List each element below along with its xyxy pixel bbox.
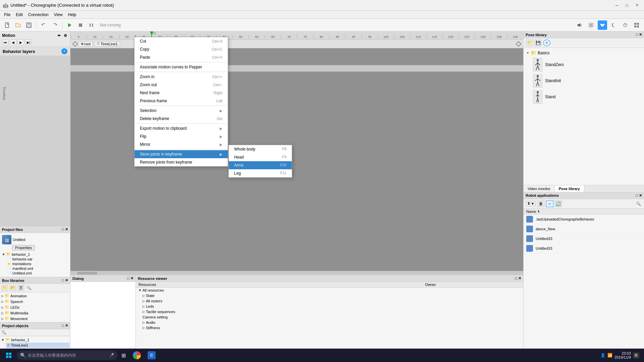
file-behavior1[interactable]: ▼ 📁 behavior_1 <box>1 252 69 257</box>
resource-stiffness[interactable]: ▷ Stiffness <box>136 325 523 330</box>
resource-all[interactable]: ▼ All resources <box>136 288 523 293</box>
pose-standzero[interactable]: StandZero <box>532 57 643 73</box>
box-leds[interactable]: ▷ 📁 LEDs <box>1 304 69 310</box>
file-translations[interactable]: 📁 translations <box>7 261 69 266</box>
box-lib-maximize[interactable]: □ <box>62 278 64 283</box>
pose-lib-save-btn[interactable]: 💾 <box>534 40 542 46</box>
taskbar-choregraphe[interactable]: C <box>144 349 159 361</box>
menu-connection[interactable]: Connection <box>25 12 51 18</box>
box-lib-close[interactable]: ✕ <box>65 278 68 283</box>
undo-button[interactable] <box>39 20 49 30</box>
pose-stand[interactable]: Stand <box>532 89 643 105</box>
robot-app-untitled33-2[interactable]: Untitled33 <box>524 244 644 253</box>
ctx-next-frame[interactable]: Next frame Right <box>135 89 228 97</box>
resource-audio[interactable]: ▷ Audio <box>136 320 523 325</box>
sub-whole-body[interactable]: Whole body F8 <box>229 145 292 153</box>
pose-basics-folder[interactable]: ▼ 📁 Basics <box>525 49 643 57</box>
motion-edit-button[interactable]: ✏ <box>56 33 62 38</box>
motion-prev[interactable]: ◀ <box>10 39 16 45</box>
resource-state[interactable]: ▷ State <box>136 293 523 298</box>
new-button[interactable] <box>3 20 12 30</box>
motion-next[interactable]: ▶| <box>25 39 32 45</box>
resource-viewer-maximize[interactable]: □ <box>515 276 517 281</box>
project-files-maximize[interactable]: □ <box>62 227 64 232</box>
maximize-button[interactable]: □ <box>623 2 631 9</box>
motion-play[interactable]: ▶ <box>17 39 24 45</box>
breadcrumb-root[interactable]: ⊕ root <box>78 41 93 47</box>
scrollbar-thumb[interactable] <box>77 272 97 275</box>
motion-settings-button[interactable]: ⚙ <box>63 33 68 38</box>
box-lib-search-btn[interactable]: 🔍 <box>25 285 32 291</box>
ctx-zoom-out[interactable]: Zoom out Ctrl+- <box>135 81 228 89</box>
pose-lib-add-btn[interactable]: + <box>543 40 550 46</box>
sub-head[interactable]: Head F9 <box>229 153 292 161</box>
robot-apps-sync-btn[interactable]: 🔄 <box>555 200 562 207</box>
robot-apps-search-btn[interactable]: 🔍 <box>635 200 642 207</box>
menu-file[interactable]: File <box>1 12 13 18</box>
ctx-selection[interactable]: Selection ▶ <box>135 107 228 115</box>
robot-app-untitled33-1[interactable]: Untitled33 <box>524 234 644 244</box>
ctx-remove-joints[interactable]: Remove joints from keyframe <box>135 158 228 166</box>
start-button[interactable] <box>2 349 15 361</box>
power-button[interactable] <box>621 20 630 30</box>
tab-pose-library[interactable]: Pose library <box>555 185 584 192</box>
ctx-store-joints[interactable]: Store joints in keyframe ▶ <box>135 150 228 158</box>
resource-tactile[interactable]: ▷ Tactile sequences <box>136 309 523 314</box>
play-button[interactable] <box>65 20 74 30</box>
ctx-associate[interactable]: Associate motion curves to Pepper <box>135 63 228 71</box>
grid-button[interactable] <box>632 20 641 30</box>
pause-button[interactable] <box>87 20 96 30</box>
close-button[interactable]: ✕ <box>633 2 641 9</box>
pose-lib-open-btn[interactable]: 📁 <box>526 40 533 46</box>
ctx-mirror[interactable]: Mirror ▶ <box>135 140 228 148</box>
resource-camera[interactable]: Camera setting <box>136 314 523 320</box>
box-movement[interactable]: ▷ 📁 Movement <box>1 316 69 321</box>
obj-timeline1[interactable]: ⏱ TimeLine1 <box>6 343 69 348</box>
properties-button[interactable]: Properties <box>12 245 35 250</box>
box-animation[interactable]: ▷ 📁 Animation <box>1 293 69 299</box>
tab-video-monitor[interactable]: Video monitor <box>524 185 555 192</box>
timeline-scrollbar[interactable] <box>70 271 523 275</box>
ctx-cut[interactable]: Cut Ctrl+X <box>135 37 228 45</box>
robot-apps-delete-btn[interactable]: 🗑 <box>537 200 545 207</box>
settings-button[interactable] <box>586 20 596 30</box>
menu-edit[interactable]: Edit <box>13 12 25 18</box>
proj-obj-maximize[interactable]: □ <box>62 323 64 328</box>
resource-viewer-close[interactable]: ✕ <box>518 276 521 281</box>
pose-lib-maximize[interactable]: □ <box>636 33 638 37</box>
heart-button[interactable] <box>598 20 607 30</box>
ctx-export-motion[interactable]: Export motion to clipboard ▶ <box>135 124 228 132</box>
box-speech[interactable]: ▷ 📁 Speech <box>1 299 69 304</box>
file-untitled-xml[interactable]: 📄 Untitled.xml <box>7 271 69 276</box>
save-button[interactable] <box>24 20 34 30</box>
file-manifest[interactable]: 📄 manifest.xml <box>7 266 69 271</box>
sub-arms[interactable]: Arms F10 <box>229 161 292 169</box>
robot-apps-maximize[interactable]: □ <box>636 193 638 198</box>
proj-obj-close[interactable]: ✕ <box>65 323 68 328</box>
box-multimedia[interactable]: ▷ 📁 Multimedia <box>1 310 69 316</box>
robot-app-dance[interactable]: dance_New <box>524 224 644 234</box>
resource-leds[interactable]: ▷ Leds <box>136 304 523 309</box>
resource-motors[interactable]: ▷ All motors <box>136 298 523 304</box>
moon-button[interactable] <box>609 20 619 30</box>
box-lib-list-btn[interactable]: ☰ <box>17 285 24 291</box>
file-behavior-xar[interactable]: 📄 behavior.xar <box>7 257 69 261</box>
menu-view[interactable]: View <box>51 12 65 18</box>
dialog-maximize[interactable]: □ <box>127 276 129 281</box>
robot-app-last-uploaded[interactable]: .lastUploadedChoregrapheBehavior <box>524 215 644 224</box>
dialog-close[interactable]: ✕ <box>130 276 133 281</box>
project-files-close[interactable]: ✕ <box>65 227 68 232</box>
breadcrumb-timeline1[interactable]: ⏱ TimeLine1 <box>94 41 120 47</box>
volume-button[interactable] <box>575 20 584 30</box>
open-button[interactable] <box>13 20 23 30</box>
motion-prev-begin[interactable]: ⏮ <box>2 39 9 45</box>
box-lib-folder-btn[interactable]: 📁 <box>1 285 8 291</box>
minimize-button[interactable]: ─ <box>612 2 621 9</box>
stop-button[interactable] <box>76 20 85 30</box>
taskbar-chrome[interactable] <box>129 349 144 361</box>
box-lib-open-btn[interactable]: 📂 <box>9 285 16 291</box>
obj-behavior1[interactable]: ▼ 📁 behavior_1 <box>1 337 69 343</box>
robot-apps-close[interactable]: ✕ <box>639 193 642 198</box>
ctx-copy[interactable]: Copy Ctrl+C <box>135 45 228 53</box>
ctx-prev-frame[interactable]: Previous frame Left <box>135 97 228 105</box>
